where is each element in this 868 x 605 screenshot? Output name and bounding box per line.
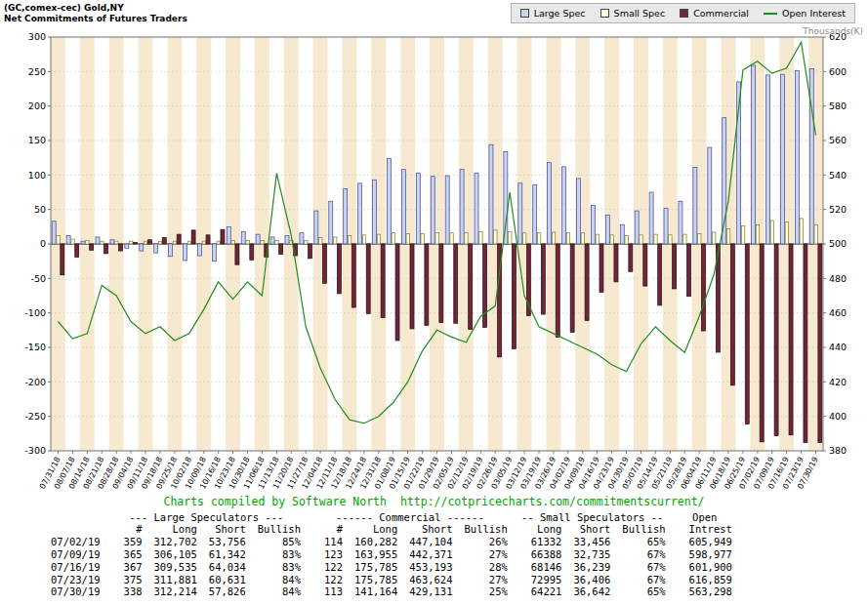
table-cell: 61,342	[203, 548, 252, 561]
table-cell: 60,631	[203, 574, 252, 586]
cot-table-wrap: --- Large Speculators --------- Commerci…	[45, 511, 738, 598]
table-cell: 83%	[252, 561, 307, 574]
table-row: 07/09/19365306,10561,34283%123163,955442…	[45, 548, 738, 561]
legend-item-large-spec: Large Spec	[520, 8, 586, 19]
cot-chart: -300-250-200-150-100-5005010015020025030…	[0, 25, 868, 492]
caption-url[interactable]: http://cotpricecharts.com/commitmentscur…	[400, 495, 705, 508]
svg-text:580: 580	[829, 101, 847, 111]
table-cell: 67%	[616, 548, 671, 561]
table-cell: 113	[307, 586, 349, 599]
table-cell: 66388	[514, 548, 568, 561]
table-cell: 26%	[459, 537, 514, 549]
table-row: 07/02/19359312,70253,75685%114160,282447…	[45, 537, 738, 549]
legend-label: Small Spec	[614, 8, 666, 19]
chart-caption: Charts compiled by Software Northhttp://…	[0, 495, 868, 508]
table-cell: 65%	[616, 586, 671, 599]
legend-item-small-spec: Small Spec	[600, 8, 666, 19]
table-cell: 123	[307, 548, 349, 561]
table-group-header: ------ Commercial ------	[307, 511, 514, 524]
table-cell: 64221	[514, 586, 568, 599]
table-col-header: Intrest	[672, 524, 738, 537]
table-cell: 442,371	[403, 548, 458, 561]
table-row: 07/23/19375311,88160,63184%122175,785463…	[45, 574, 738, 586]
svg-text:460: 460	[829, 307, 847, 318]
svg-text:600: 600	[829, 66, 847, 77]
table-cell: 563,298	[672, 586, 738, 599]
svg-text:-100: -100	[24, 307, 46, 318]
table-cell: 359	[106, 537, 148, 549]
table-cell: 312,214	[148, 586, 203, 599]
legend-item-open-interest: Open Interest	[764, 8, 846, 19]
svg-text:540: 540	[829, 170, 847, 181]
table-cell: 32,735	[567, 548, 616, 561]
legend-label: Open Interest	[782, 8, 846, 19]
table-cell: 07/30/19	[45, 586, 106, 599]
svg-text:300: 300	[28, 31, 46, 42]
table-cell: 36,406	[567, 574, 616, 586]
table-cell: 83%	[252, 548, 307, 561]
table-cell: 375	[106, 574, 148, 586]
table-cell: 64,034	[203, 561, 252, 574]
svg-text:500: 500	[829, 238, 847, 249]
commercial-swatch-icon	[680, 9, 688, 18]
table-col-header: Short	[567, 524, 616, 537]
table-col-header: Short	[203, 524, 252, 537]
table-cell: 598,977	[672, 548, 738, 561]
table-col-header-row: #LongShortBullish#LongShortBullishLongSh…	[45, 524, 738, 537]
table-col-header	[45, 524, 106, 537]
table-cell: 311,881	[148, 574, 203, 586]
table-cell: 36,239	[567, 561, 616, 574]
table-cell: 163,955	[349, 548, 403, 561]
right-axis-title: Thousands(K)	[802, 26, 863, 36]
table-cell: 07/02/19	[45, 537, 106, 549]
table-cell: 07/23/19	[45, 574, 106, 586]
table-cell: 605,949	[672, 537, 738, 549]
table-group-header: Open	[672, 511, 738, 524]
table-row: 07/16/19367309,53564,03483%122175,785453…	[45, 561, 738, 574]
cot-chart-svg: -300-250-200-150-100-5005010015020025030…	[0, 25, 868, 492]
table-col-header: Bullish	[252, 524, 307, 537]
table-cell: 160,282	[349, 537, 403, 549]
small-spec-swatch-icon	[600, 9, 609, 18]
table-cell: 53,756	[203, 537, 252, 549]
table-cell: 338	[106, 586, 148, 599]
table-cell: 365	[106, 548, 148, 561]
table-group-header: --- Large Speculators ---	[106, 511, 307, 524]
table-group-header: -- Small Speculators --	[514, 511, 672, 524]
chart-title: (GC,comex-cec) Gold,NY Net Commitments o…	[4, 3, 187, 24]
svg-text:0: 0	[40, 238, 46, 249]
table-col-header: Long	[349, 524, 403, 537]
right-axis-labels: 380400420440460480500520540560580600620	[823, 31, 847, 456]
table-row: 07/30/19338312,21457,82684%113141,164429…	[45, 586, 738, 599]
table-cell: 141,164	[349, 586, 403, 599]
svg-text:-200: -200	[24, 377, 46, 387]
svg-text:50: 50	[34, 204, 46, 215]
svg-text:250: 250	[28, 66, 46, 77]
svg-text:-250: -250	[24, 411, 46, 422]
svg-text:150: 150	[28, 135, 46, 145]
table-cell: 25%	[459, 586, 514, 599]
table-cell: 447,104	[403, 537, 458, 549]
table-cell: 07/09/19	[45, 548, 106, 561]
table-cell: 84%	[252, 574, 307, 586]
table-cell: 122	[307, 561, 349, 574]
table-cell: 175,785	[349, 561, 403, 574]
svg-text:-150: -150	[24, 342, 46, 352]
svg-text:-50: -50	[30, 273, 46, 284]
svg-text:440: 440	[829, 342, 847, 352]
table-col-header: Bullish	[459, 524, 514, 537]
left-axis-labels: -300-250-200-150-100-5005010015020025030…	[24, 31, 51, 456]
table-cell: 122	[307, 574, 349, 586]
open-interest-line-icon	[764, 13, 777, 15]
x-axis-labels: 07/31/1808/07/1808/14/1808/21/1808/28/18…	[38, 451, 820, 491]
svg-text:520: 520	[829, 204, 847, 215]
table-cell: 616,859	[672, 574, 738, 586]
table-cell: 84%	[252, 586, 307, 599]
table-cell: 57,826	[203, 586, 252, 599]
chart-title-line2: Net Commitments of Futures Traders	[4, 14, 187, 24]
table-col-header: Short	[403, 524, 458, 537]
table-cell: 72995	[514, 574, 568, 586]
large-spec-swatch-icon	[520, 9, 529, 18]
table-cell: 312,702	[148, 537, 203, 549]
table-col-header: #	[307, 524, 349, 537]
